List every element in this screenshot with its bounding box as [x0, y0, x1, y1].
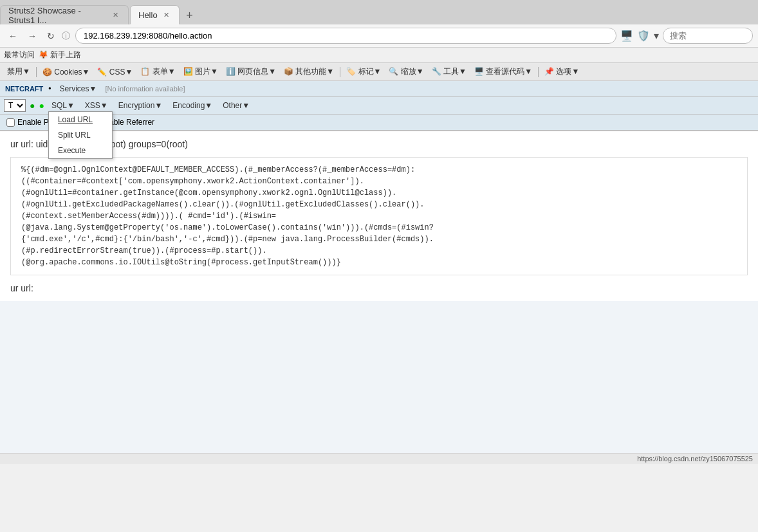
addr-icons: 🖥️ 🛡️ ▾ — [620, 30, 659, 42]
tab-2-label: Hello — [138, 10, 158, 20]
tab-2[interactable]: Hello ✕ — [130, 5, 180, 24]
netcraft-bullet: • — [48, 84, 51, 93]
xss-btn[interactable]: XSS▼ — [82, 100, 111, 111]
code-block: %{(#dm=@ognl.OgnlContext@DEFAULT_MEMBER_… — [10, 157, 748, 275]
bookmark-newbie[interactable]: 🦊 新手上路 — [39, 50, 81, 60]
tamper-select[interactable]: T — [4, 99, 26, 112]
output-url-line1: ur url: uid=0(root) gid=0(root) groups=0… — [10, 139, 748, 149]
tab-2-close[interactable]: ✕ — [162, 10, 171, 20]
tab-1-label: Struts2 Showcase - Struts1 I... — [8, 6, 107, 25]
reload-button[interactable]: ↻ — [44, 30, 58, 42]
sep3 — [538, 67, 539, 77]
green-dot-1: ● — [30, 100, 35, 111]
dropdown-icon[interactable]: ▾ — [654, 30, 659, 42]
source-btn[interactable]: 🖥️ 查看源代码▼ — [471, 65, 535, 78]
sep1 — [36, 67, 37, 77]
content-area: ur url: uid=0(root) gid=0(root) groups=0… — [0, 131, 758, 453]
tools-btn[interactable]: 🔧 工具▼ — [429, 65, 470, 78]
encoding-btn[interactable]: Encoding▼ — [169, 100, 216, 111]
sql-btn[interactable]: SQL▼ — [48, 100, 78, 111]
enable-post-checkbox[interactable] — [6, 118, 15, 127]
disable-btn[interactable]: 禁用▼ — [4, 65, 33, 78]
encryption-btn[interactable]: Encryption▼ — [115, 100, 166, 111]
url-input[interactable] — [75, 28, 616, 44]
cookies-btn[interactable]: 🍪 Cookies▼ — [39, 66, 93, 78]
devtools-toolbar: 禁用▼ 🍪 Cookies▼ ✏️ CSS▼ 📋 表单▼ 🖼️ 图片▼ ℹ️ 网… — [0, 63, 758, 81]
services-btn[interactable]: Services▼ — [56, 83, 100, 95]
post-data-bar: Enable Post data Enable Referrer — [0, 115, 758, 131]
tab-1[interactable]: Struts2 Showcase - Struts1 I... ✕ — [0, 5, 129, 24]
back-button[interactable]: ← — [5, 30, 21, 42]
bookmark-visited[interactable]: 最常访问 — [4, 50, 35, 60]
sep2 — [340, 67, 340, 77]
tamper-dropdown[interactable]: SQL▼ Load URL Split URL Execute — [48, 100, 78, 111]
status-url: https://blog.csdn.net/zy15067075525 — [637, 455, 753, 463]
search-input[interactable] — [663, 28, 753, 44]
forward-button[interactable]: → — [24, 30, 40, 42]
other-tamper-btn[interactable]: Other▼ — [219, 100, 253, 111]
netcraft-info: [No information available] — [105, 85, 185, 93]
tab-bar: Struts2 Showcase - Struts1 I... ✕ Hello … — [0, 0, 758, 24]
address-bar: ← → ↻ ⓘ 🖥️ 🛡️ ▾ — [0, 24, 758, 48]
info-btn[interactable]: ℹ️ 网页信息▼ — [223, 65, 279, 78]
netcraft-logo: NETCRAFT — [5, 85, 43, 93]
output-url-line2: ur url: — [10, 283, 748, 293]
bookmark-icon[interactable]: 🖥️ — [620, 30, 633, 42]
zoom-btn[interactable]: 🔍 缩放▼ — [385, 65, 427, 78]
forms-btn[interactable]: 📋 表单▼ — [137, 65, 178, 78]
css-btn[interactable]: ✏️ CSS▼ — [94, 66, 136, 78]
browser-chrome: Struts2 Showcase - Struts1 I... ✕ Hello … — [0, 0, 758, 131]
other-btn[interactable]: 📦 其他功能▼ — [281, 65, 337, 78]
info-icon: ⓘ — [62, 30, 70, 42]
mark-btn[interactable]: 🏷️ 标记▼ — [343, 65, 384, 78]
execute-item[interactable]: Execute — [49, 143, 112, 158]
netcraft-toolbar: NETCRAFT • Services▼ [No information ava… — [0, 81, 758, 97]
images-btn[interactable]: 🖼️ 图片▼ — [180, 65, 221, 78]
bookmarks-bar: 最常访问 🦊 新手上路 — [0, 48, 758, 63]
tamper-dropdown-menu: Load URL Split URL Execute — [48, 111, 113, 159]
output-area: ur url: uid=0(root) gid=0(root) groups=0… — [0, 131, 758, 301]
shield-icon[interactable]: 🛡️ — [637, 30, 650, 42]
status-bar: https://blog.csdn.net/zy15067075525 — [0, 453, 758, 464]
options-btn[interactable]: 📌 选项▼ — [541, 65, 582, 78]
green-dot-2: ● — [39, 100, 44, 111]
split-url-item[interactable]: Split URL — [49, 127, 112, 143]
load-url-item[interactable]: Load URL — [49, 112, 112, 127]
tab-1-close[interactable]: ✕ — [111, 10, 120, 20]
new-tab-button[interactable]: + — [181, 6, 199, 24]
tamper-toolbar: T ● ● SQL▼ Load URL Split URL Execute XS… — [0, 97, 758, 115]
